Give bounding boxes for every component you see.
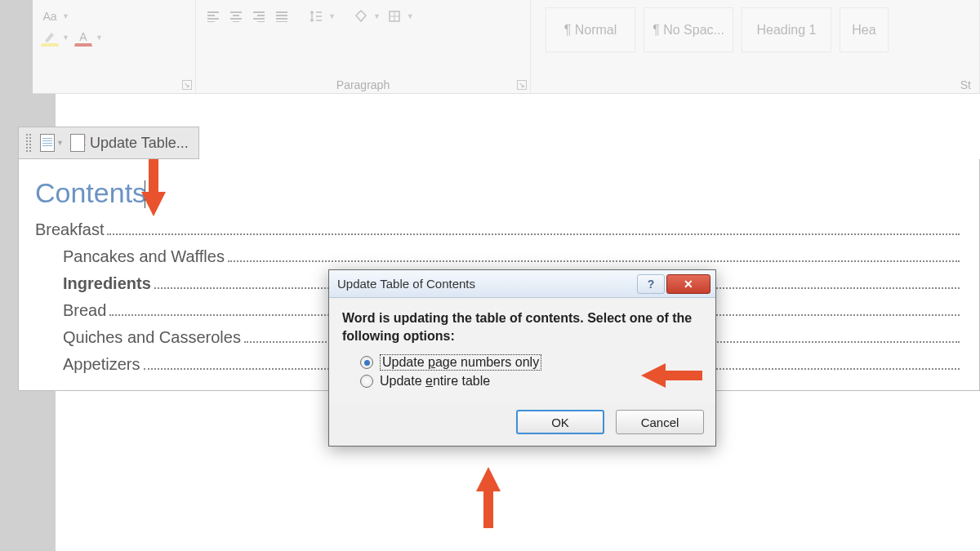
align-right-icon[interactable]	[250, 7, 268, 25]
toc-title[interactable]: Contents	[35, 177, 963, 209]
dialog-button-row: OK Cancel	[329, 403, 715, 446]
chevron-down-icon[interactable]: ▼	[62, 12, 69, 20]
ribbon-group-label: Paragraph	[196, 78, 530, 91]
chevron-down-icon[interactable]: ▼	[62, 33, 69, 42]
ribbon: Aa▼ ▼ A▼ ↘ ▼ ▼ ▼ Paragraph ↘ ¶ Normal ¶ …	[33, 0, 980, 94]
borders-icon[interactable]	[385, 7, 403, 25]
help-icon: ?	[648, 278, 655, 291]
radio-icon	[360, 356, 373, 369]
cancel-button[interactable]: Cancel	[616, 410, 704, 434]
align-justify-icon[interactable]	[273, 7, 291, 25]
ribbon-group-label: St	[531, 78, 979, 91]
close-button[interactable]: ✕	[666, 274, 710, 294]
toc-entry[interactable]: Pancakes and Waffles	[35, 247, 963, 266]
drag-handle-icon[interactable]	[25, 133, 32, 153]
chevron-down-icon[interactable]: ▼	[373, 12, 381, 20]
toc-entry-label: Quiches and Casseroles	[63, 328, 241, 347]
document-icon	[70, 134, 85, 152]
dialog-launcher-icon[interactable]: ↘	[182, 80, 192, 90]
update-toc-dialog: Update Table of Contents ? ✕ Word is upd…	[328, 269, 716, 447]
style-tile-heading2[interactable]: Hea	[840, 7, 889, 52]
toc-menu-button[interactable]: ▼	[37, 132, 67, 153]
toc-leader	[107, 233, 960, 235]
shading-icon[interactable]	[352, 7, 370, 25]
toc-leader	[228, 260, 960, 262]
radio-update-page-numbers[interactable]: Update page numbers only	[360, 354, 702, 371]
style-tile-no-spacing[interactable]: ¶ No Spac...	[644, 7, 733, 52]
close-icon: ✕	[684, 278, 693, 291]
radio-icon	[360, 375, 373, 388]
chevron-down-icon[interactable]: ▼	[96, 33, 103, 42]
toc-entry-label: Breakfast	[35, 220, 104, 239]
text-highlight-icon[interactable]	[41, 29, 59, 47]
ribbon-group-font: Aa▼ ▼ A▼ ↘	[33, 0, 196, 93]
help-button[interactable]: ?	[637, 274, 665, 294]
line-spacing-icon[interactable]	[307, 7, 325, 25]
chevron-down-icon[interactable]: ▼	[407, 12, 414, 20]
dialog-instruction: Word is updating the table of contents. …	[342, 309, 702, 344]
ok-button[interactable]: OK	[516, 410, 604, 434]
ribbon-group-styles: ¶ Normal ¶ No Spac... Heading 1 Hea St	[531, 0, 980, 93]
text-cursor-icon	[145, 180, 145, 208]
style-tile-normal[interactable]: ¶ Normal	[546, 7, 635, 52]
toc-entry[interactable]: Breakfast	[35, 220, 963, 239]
toc-entry-label: Appetizers	[63, 355, 140, 374]
document-icon	[40, 134, 55, 152]
toc-entry-label: Ingredients	[63, 274, 151, 293]
align-center-icon[interactable]	[227, 7, 245, 25]
change-case-icon[interactable]: Aa	[41, 7, 59, 25]
radio-label: Update page numbers only	[380, 354, 541, 371]
dialog-launcher-icon[interactable]: ↘	[517, 80, 527, 90]
chevron-down-icon: ▼	[56, 139, 64, 147]
dialog-titlebar[interactable]: Update Table of Contents ? ✕	[329, 270, 715, 298]
radio-label: Update entire table	[380, 374, 490, 389]
font-color-icon[interactable]: A	[74, 29, 92, 47]
update-table-button[interactable]: ! Update Table...	[67, 132, 192, 153]
dialog-body: Word is updating the table of contents. …	[329, 298, 715, 403]
toc-entry-label: Bread	[63, 301, 106, 320]
toc-toolbar: ▼ ! Update Table...	[18, 127, 199, 159]
toc-entry-label: Pancakes and Waffles	[63, 247, 225, 266]
radio-update-entire-table[interactable]: Update entire table	[360, 374, 702, 389]
align-left-icon[interactable]	[204, 7, 222, 25]
toc-title-text: Contents	[35, 177, 146, 208]
chevron-down-icon[interactable]: ▼	[328, 12, 336, 20]
style-tile-heading1[interactable]: Heading 1	[742, 7, 831, 52]
dialog-title: Update Table of Contents	[337, 277, 475, 291]
update-table-label: Update Table...	[90, 135, 189, 152]
ribbon-group-paragraph: ▼ ▼ ▼ Paragraph ↘	[196, 0, 531, 93]
